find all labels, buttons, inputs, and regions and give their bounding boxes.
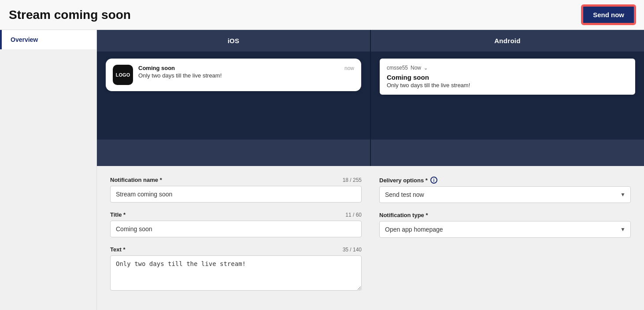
title-input[interactable]: [110, 221, 362, 237]
ios-preview-col: iOS LOGO Coming soon now Only two days t…: [97, 30, 370, 166]
delivery-options-info-icon[interactable]: i: [430, 177, 437, 184]
ios-notification-card: LOGO Coming soon now Only two days till …: [106, 59, 361, 91]
android-device-area: cmsse55 Now ⌄ Coming soon Only two days …: [371, 52, 644, 140]
notification-type-label-row: Notification type *: [379, 212, 631, 218]
text-label: Text *: [110, 246, 125, 253]
delivery-options-group: Delivery options * i Send test now Send …: [379, 177, 631, 203]
android-notif-time: Now: [411, 65, 421, 71]
header: Stream coming soon Send now: [0, 0, 644, 30]
notification-type-group: Notification type * Open app homepage Op…: [379, 212, 631, 238]
text-textarea[interactable]: [110, 255, 362, 291]
notification-name-label: Notification name *: [110, 177, 162, 183]
android-app-name: cmsse55: [387, 65, 408, 71]
ios-header: iOS: [97, 30, 370, 52]
content-area: iOS LOGO Coming soon now Only two days t…: [97, 30, 644, 310]
notification-name-counter: 18 / 255: [343, 177, 362, 183]
notification-type-label: Notification type *: [379, 212, 428, 218]
text-label-row: Text * 35 / 140: [110, 246, 362, 253]
ios-notif-content: Coming soon now Only two days till the l…: [138, 65, 354, 79]
notification-name-input[interactable]: [110, 186, 362, 203]
form-right-col: Delivery options * i Send test now Send …: [379, 177, 631, 301]
ios-app-logo: LOGO: [113, 65, 133, 85]
android-header: Android: [371, 30, 644, 52]
page-title: Stream coming soon: [9, 8, 131, 22]
android-preview-bottom: [371, 140, 644, 166]
form-left-col: Notification name * 18 / 255 Title * 11 …: [110, 177, 362, 301]
title-counter: 11 / 60: [345, 212, 362, 218]
sidebar: Overview: [0, 30, 97, 310]
ios-notif-time: now: [344, 65, 354, 71]
android-notif-header-row: cmsse55 Now ⌄: [387, 65, 628, 71]
text-group: Text * 35 / 140: [110, 246, 362, 292]
android-notif-title: Coming soon: [387, 74, 628, 81]
delivery-options-select[interactable]: Send test now Send now Schedule: [379, 186, 631, 203]
ios-device-area: LOGO Coming soon now Only two days till …: [97, 52, 370, 140]
delivery-options-label-row: Delivery options * i: [379, 177, 631, 184]
sidebar-item-overview[interactable]: Overview: [0, 30, 96, 49]
notification-name-group: Notification name * 18 / 255: [110, 177, 362, 203]
notification-type-select-wrapper: Open app homepage Open URL Deep link ▼: [379, 221, 631, 238]
form-section: Notification name * 18 / 255 Title * 11 …: [97, 166, 644, 310]
android-notif-body: Only two days till the live stream!: [387, 82, 628, 89]
delivery-options-select-wrapper: Send test now Send now Schedule ▼: [379, 186, 631, 203]
delivery-options-label: Delivery options *: [379, 177, 428, 184]
notification-name-label-row: Notification name * 18 / 255: [110, 177, 362, 183]
ios-notif-body: Only two days till the live stream!: [138, 72, 354, 79]
notification-type-select[interactable]: Open app homepage Open URL Deep link: [379, 221, 631, 238]
text-counter: 35 / 140: [343, 247, 362, 253]
title-label: Title *: [110, 211, 126, 218]
android-notification-card: cmsse55 Now ⌄ Coming soon Only two days …: [380, 59, 635, 95]
delivery-options-label-with-icon: Delivery options * i: [379, 177, 437, 184]
android-chevron-icon: ⌄: [424, 65, 428, 71]
ios-notif-title: Coming soon: [138, 65, 175, 71]
ios-notif-top-row: Coming soon now: [138, 65, 354, 71]
send-now-button[interactable]: Send now: [582, 5, 635, 24]
android-preview-col: Android cmsse55 Now ⌄ Coming soon Only t…: [371, 30, 644, 166]
title-group: Title * 11 / 60: [110, 211, 362, 237]
preview-section: iOS LOGO Coming soon now Only two days t…: [97, 30, 644, 166]
title-label-row: Title * 11 / 60: [110, 211, 362, 218]
ios-preview-bottom: [97, 140, 370, 166]
main-layout: Overview iOS LOGO Coming soon now On: [0, 30, 644, 310]
